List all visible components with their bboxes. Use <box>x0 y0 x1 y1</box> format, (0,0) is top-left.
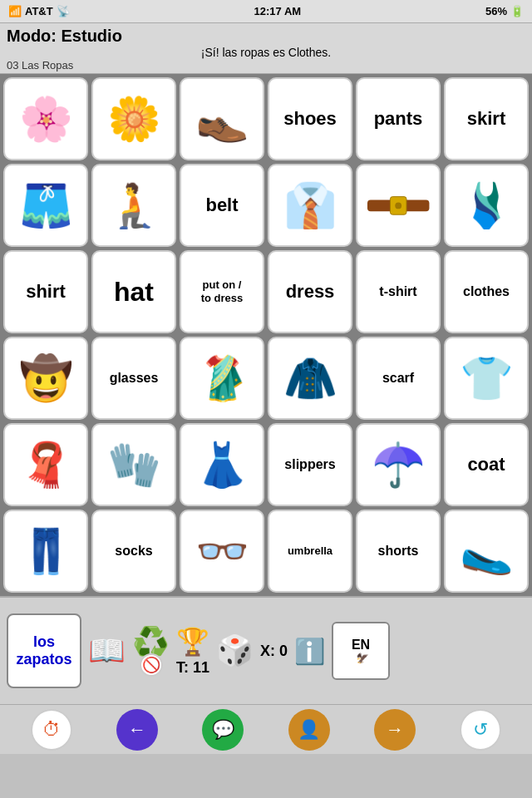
cell-shirt-img[interactable]: 👔 <box>268 164 352 247</box>
user-button[interactable]: 👤 <box>288 709 330 751</box>
user-icon: 👤 <box>298 719 320 741</box>
cell-pants-img[interactable]: 👖 <box>3 510 88 593</box>
lang-icon: 🦅 <box>352 653 370 664</box>
umbrella-label: umbrella <box>286 543 334 559</box>
timer-icon: ⏱ <box>42 719 61 741</box>
score-t-wrap: 🏆 T: 11 <box>176 626 209 677</box>
book-icon: 📖 <box>88 633 126 668</box>
shirt-label: shirt <box>24 280 67 303</box>
cell-coat-text[interactable]: coat <box>444 423 529 506</box>
refresh-button[interactable]: ↺ <box>460 709 501 751</box>
cell-flower1[interactable]: 🌸 <box>3 77 88 160</box>
cell-put-on-text[interactable]: put on /to dress <box>180 250 264 333</box>
wifi-icon: 📡 <box>57 5 70 17</box>
cell-umbrella-text[interactable]: umbrella <box>268 510 352 593</box>
chat-icon: 💬 <box>212 719 234 741</box>
lesson-label: 03 Las Ropas <box>7 59 525 71</box>
subtitle: ¡Sí! las ropas es Clothes. <box>7 46 525 59</box>
vocabulary-grid: 🌸 🌼 👞 shoes pants skirt 🩳 🧎 belt 👔 🩱 <box>0 74 532 596</box>
cell-dress-text[interactable]: dress <box>268 250 352 333</box>
skirt-icon: 🩱 <box>460 180 514 231</box>
chat-button[interactable]: 💬 <box>202 709 244 751</box>
language-card[interactable]: EN 🦅 <box>332 622 390 680</box>
lang-label: EN <box>352 638 370 653</box>
cell-slippers-img[interactable]: 🥿 <box>444 510 529 593</box>
shorts-label: shorts <box>377 541 421 560</box>
coat-label: coat <box>466 453 506 476</box>
refresh-icon: ↺ <box>473 719 488 741</box>
vocab-word: los zapatos <box>16 633 71 668</box>
back-button[interactable]: ← <box>116 709 158 751</box>
cell-slippers-text[interactable]: slippers <box>268 423 352 506</box>
timer-button[interactable]: ⏱ <box>31 709 72 751</box>
info-icon: ℹ️ <box>294 637 325 666</box>
cell-gloves-img[interactable]: 🧤 <box>91 423 176 506</box>
cell-skirt-text[interactable]: skirt <box>444 77 529 160</box>
book-icon-wrap[interactable]: 📖 <box>88 633 126 668</box>
forward-icon: → <box>386 719 404 741</box>
belt-label: belt <box>204 194 239 217</box>
cell-belt-img[interactable] <box>356 164 441 247</box>
cell-colorful-dress-img[interactable]: 🥻 <box>180 337 264 420</box>
flower2-icon: 🌼 <box>107 94 161 145</box>
cell-shirt-text[interactable]: shirt <box>3 250 88 333</box>
dice-icon: 🎲 <box>216 633 254 668</box>
cell-umbrella-img[interactable]: ☂️ <box>356 423 441 506</box>
score-t: T: 11 <box>176 659 209 677</box>
recycle-icon-wrap[interactable]: ♻️ 🚫 <box>132 625 170 677</box>
red-dress-icon: 👗 <box>195 440 249 490</box>
signal-icon: 📶 <box>8 5 22 17</box>
no-icon: 🚫 <box>140 653 163 677</box>
cell-hat-text[interactable]: hat <box>91 250 176 333</box>
socks-label: socks <box>113 541 154 560</box>
cell-flower2[interactable]: 🌼 <box>91 77 176 160</box>
belt-svg <box>366 174 431 238</box>
umbrella-icon: ☂️ <box>372 440 426 490</box>
put-on-label: put on /to dress <box>200 277 245 306</box>
status-carrier: 📶 AT&T 📡 <box>8 5 70 17</box>
status-time: 12:17 AM <box>70 5 485 17</box>
skirt-label: skirt <box>466 107 507 131</box>
header: Modo: Estudio ¡Sí! las ropas es Clothes.… <box>0 23 532 74</box>
dress-label: dress <box>284 280 337 303</box>
cell-scarf-text[interactable]: scarf <box>356 337 441 420</box>
glasses-label: glasses <box>108 368 160 387</box>
cell-belt-text[interactable]: belt <box>180 164 264 247</box>
shoes-label: shoes <box>282 107 338 131</box>
cell-clothes-text[interactable]: clothes <box>444 250 529 333</box>
cell-skirt-img[interactable]: 🩱 <box>444 164 529 247</box>
jacket-icon: 🧥 <box>283 353 337 404</box>
clothes-label: clothes <box>461 282 511 301</box>
cell-jacket-img[interactable]: 🧥 <box>268 337 352 420</box>
pants-icon: 👖 <box>19 526 73 577</box>
slippers-label: slippers <box>283 455 337 474</box>
gloves-icon: 🧤 <box>107 440 161 490</box>
cell-shoes-img[interactable]: 👞 <box>180 77 264 160</box>
vocab-word-card[interactable]: los zapatos <box>7 613 81 688</box>
cell-person-img[interactable]: 🧎 <box>91 164 176 247</box>
cell-shorts-text[interactable]: shorts <box>356 510 441 593</box>
cell-red-dress-img[interactable]: 👗 <box>180 423 264 506</box>
bottom-row1: los zapatos 📖 ♻️ 🚫 🏆 T: 11 🎲 X: 0 <box>0 598 532 704</box>
hat-label: hat <box>114 277 154 308</box>
status-battery: 56% 🔋 <box>485 5 524 17</box>
cell-hat-img[interactable]: 🤠 <box>3 337 88 420</box>
tshirt-label: t-shirt <box>377 282 418 301</box>
cell-yellow-tshirt-img[interactable]: 👕 <box>444 337 529 420</box>
cell-shoes-text[interactable]: shoes <box>268 77 352 160</box>
cell-tshirt-text[interactable]: t-shirt <box>356 250 441 333</box>
score-x: X: 0 <box>260 643 288 660</box>
svg-point-2 <box>395 202 401 209</box>
battery-icon: 🔋 <box>510 5 524 17</box>
cell-pants-text[interactable]: pants <box>356 77 441 160</box>
info-icon-wrap[interactable]: ℹ️ <box>294 637 325 666</box>
cell-scarf-img[interactable]: 🧣 <box>3 423 88 506</box>
cell-glasses-text[interactable]: glasses <box>91 337 176 420</box>
cell-shorts-img[interactable]: 🩳 <box>3 164 88 247</box>
cell-socks-text[interactable]: socks <box>91 510 176 593</box>
pants-label: pants <box>372 107 425 131</box>
slippers-icon: 🥿 <box>460 526 514 577</box>
forward-button[interactable]: → <box>374 709 416 751</box>
dice-icon-wrap[interactable]: 🎲 <box>216 633 254 668</box>
cell-glasses-img[interactable]: 👓 <box>180 510 264 593</box>
